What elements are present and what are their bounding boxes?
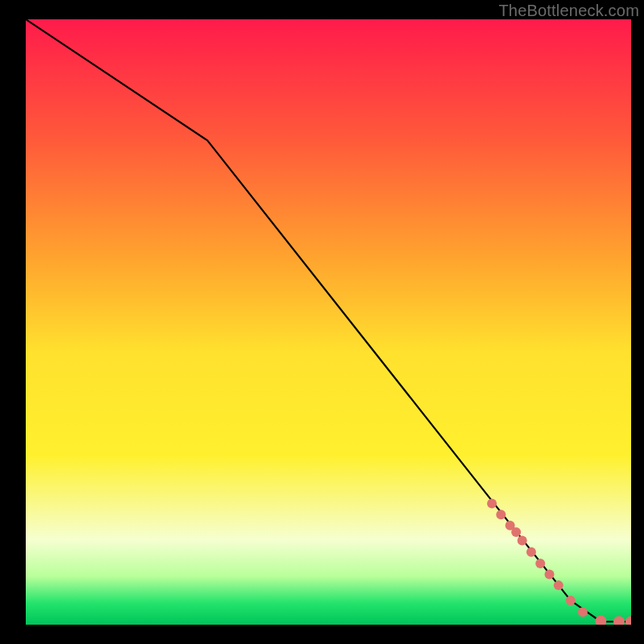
data-point xyxy=(535,559,545,568)
data-point xyxy=(526,547,536,557)
chart-svg xyxy=(26,19,631,625)
watermark-text: TheBottleneck.com xyxy=(498,2,639,20)
data-point xyxy=(566,596,576,605)
data-point xyxy=(511,527,521,537)
data-point xyxy=(578,607,588,617)
data-point xyxy=(487,499,497,509)
gradient-background xyxy=(26,19,631,625)
chart-frame: TheBottleneck.com xyxy=(0,0,644,644)
data-point xyxy=(554,580,564,590)
data-point xyxy=(518,535,527,545)
data-point xyxy=(544,570,554,580)
chart-plot xyxy=(26,19,631,625)
data-point xyxy=(496,510,506,519)
